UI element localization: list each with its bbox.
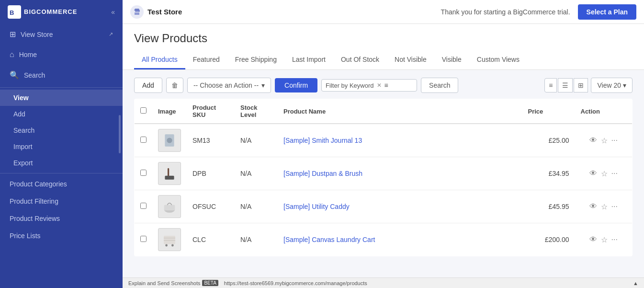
sidebar-item-products-import[interactable]: Import [0,138,123,155]
row-checkbox[interactable] [140,203,147,209]
product-favorite-icon[interactable]: ☆ [601,202,608,211]
select-plan-button[interactable]: Select a Plan [578,4,636,20]
product-price: £45.95 [522,190,575,223]
header-sku: Product SKU [187,99,235,124]
sidebar-item-products-view[interactable]: View [0,90,123,106]
status-arrow-icon: ▲ [633,280,638,286]
view-store-icon: ⊞ [10,30,16,39]
tab-visible[interactable]: Visible [434,51,469,69]
sidebar-divider-2 [0,173,123,173]
product-name-link[interactable]: [Sample] Canvas Laundry Cart [283,236,375,243]
product-action-cell: 👁 ☆ ··· [575,223,633,256]
select-all-checkbox[interactable] [140,107,147,114]
grid-view-button[interactable]: ⊞ [574,78,588,92]
sidebar-item-products-add[interactable]: Add [0,106,123,122]
table-row: DPB N/A [Sample] Dustpan & Brush £34.95 … [135,157,633,190]
svg-text:B: B [10,9,14,16]
product-view-icon[interactable]: 👁 [589,235,597,244]
view-count-dropdown[interactable]: View 20 ▾ [591,78,633,93]
tab-last-import[interactable]: Last Import [284,51,333,69]
tab-custom-views[interactable]: Custom Views [469,51,527,69]
list-view-button[interactable]: ≡ [544,78,557,92]
sidebar-item-products-search[interactable]: Search [0,122,123,138]
top-header: B BIGCOMMERCE « Test Store Thank you for… [0,0,644,24]
product-favorite-icon[interactable]: ☆ [601,169,608,178]
product-more-icon[interactable]: ··· [611,169,618,178]
tab-out-of-stock[interactable]: Out Of Stock [333,51,387,69]
product-image-cell [152,157,187,190]
header-checkbox-cell [135,99,153,124]
product-image-cell [152,190,187,223]
sidebar-item-product-reviews[interactable]: Product Reviews [0,210,123,227]
product-action-cell: 👁 ☆ ··· [575,124,633,157]
confirm-button[interactable]: Confirm [275,78,317,92]
svg-rect-2 [135,12,139,15]
delete-button[interactable]: 🗑 [166,78,183,93]
product-view-icon[interactable]: 👁 [589,169,597,178]
product-more-icon[interactable]: ··· [611,202,618,211]
tab-free-shipping[interactable]: Free Shipping [227,51,284,69]
svg-point-4 [167,138,172,143]
product-name-link[interactable]: [Sample] Utility Caddy [283,203,350,210]
tab-not-visible[interactable]: Not Visible [387,51,434,69]
product-name-cell: [Sample] Utility Caddy [278,190,522,223]
product-favorite-icon[interactable]: ☆ [601,235,608,244]
tabs-bar: All Products Featured Free Shipping Last… [134,51,633,69]
filter-clear-icon[interactable]: ✕ [377,82,382,89]
header-price: Price [522,99,575,124]
row-checkbox[interactable] [140,236,147,242]
table-area: Add 🗑 -- Choose an Action -- ▾ Confirm F… [123,70,644,277]
product-stock: N/A [235,124,278,157]
product-sku: OFSUC [187,190,235,223]
sidebar-item-product-filtering[interactable]: Product Filtering [0,193,123,210]
sidebar-item-view-store[interactable]: ⊞ View Store ↗ [0,24,123,45]
sidebar-item-price-lists[interactable]: Price Lists [0,227,123,244]
sidebar-item-label: Home [19,51,37,58]
product-price: £25.00 [522,124,575,157]
trash-icon: 🗑 [171,81,178,89]
view-count-chevron-icon: ▾ [623,81,626,89]
add-button[interactable]: Add [134,78,162,93]
sidebar-item-home[interactable]: ⌂ Home [0,45,123,65]
status-bar: Explain and Send Screenshots BETA https:… [123,277,644,288]
product-more-icon[interactable]: ··· [611,235,618,244]
product-more-icon[interactable]: ··· [611,136,618,145]
search-button[interactable]: Search [421,78,458,93]
product-stock: N/A [235,223,278,256]
main-layout: ⊞ View Store ↗ ⌂ Home 🔍 Search View Add … [0,24,644,288]
product-sku: DPB [187,157,235,190]
product-stock: N/A [235,190,278,223]
action-dropdown[interactable]: -- Choose an Action -- ▾ [187,78,271,93]
product-name-cell: [Sample] Dustpan & Brush [278,157,522,190]
page-header: View Products All Products Featured Free… [123,24,644,70]
row-checkbox[interactable] [140,170,147,176]
svg-rect-8 [164,205,175,210]
sidebar-item-search[interactable]: 🔍 Search [0,65,123,85]
status-explain-label: Explain and Send Screenshots [128,280,200,286]
grid-view-icon: ⊞ [578,81,584,89]
keyword-filter[interactable]: Filter by Keyword ✕ ≡ [321,79,417,92]
store-icon [130,5,144,19]
header-image: Image [152,99,187,124]
product-favorite-icon[interactable]: ☆ [601,136,608,145]
compact-view-button[interactable]: ☰ [558,78,573,92]
sidebar: ⊞ View Store ↗ ⌂ Home 🔍 Search View Add … [0,24,123,288]
scroll-indicator [119,115,121,153]
store-section: Test Store [123,5,182,19]
sidebar-collapse-button[interactable]: « [111,8,115,16]
search-icon: 🔍 [10,70,19,80]
product-image [158,228,181,251]
product-image-cell [152,223,187,256]
tab-all-products[interactable]: All Products [134,51,185,69]
row-checkbox[interactable] [140,137,147,143]
product-view-icon[interactable]: 👁 [589,202,597,211]
svg-point-13 [171,244,174,247]
filter-options-icon[interactable]: ≡ [384,81,388,89]
tab-featured[interactable]: Featured [185,51,227,69]
product-name-link[interactable]: [Sample] Smith Journal 13 [283,137,362,144]
product-name-link[interactable]: [Sample] Dustpan & Brush [283,170,362,177]
product-view-icon[interactable]: 👁 [589,136,597,145]
sidebar-item-product-categories[interactable]: Product Categories [0,175,123,193]
sidebar-item-products-export[interactable]: Export [0,155,123,171]
toolbar: Add 🗑 -- Choose an Action -- ▾ Confirm F… [134,78,633,93]
